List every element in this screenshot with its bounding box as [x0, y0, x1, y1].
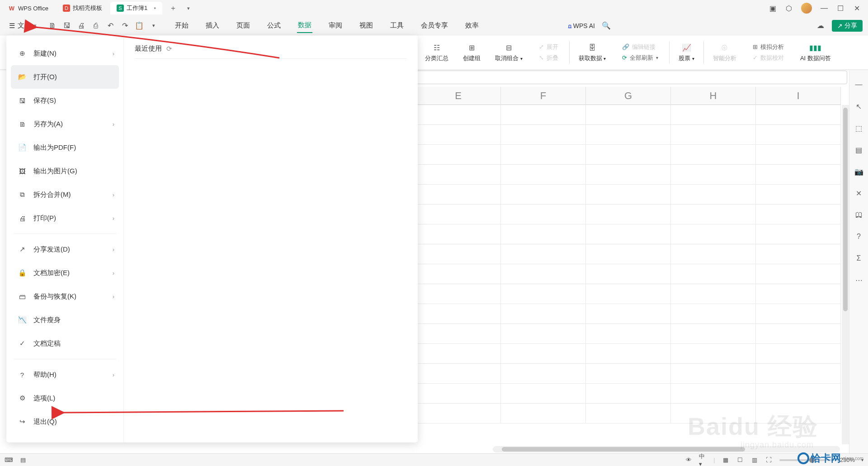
ribbon-stock[interactable]: 📈 股票 ▾ [673, 37, 700, 67]
cell[interactable] [586, 204, 671, 224]
file-menu-item[interactable]: 🗎另存为(A)› [11, 112, 119, 136]
cell[interactable] [586, 244, 671, 264]
menu-tab-页面[interactable]: 页面 [236, 19, 251, 33]
cursor-icon[interactable]: ↖ [854, 101, 864, 111]
expand-button[interactable]: ⤢展开 [537, 42, 560, 52]
cell[interactable] [756, 204, 841, 224]
menu-tab-插入[interactable]: 插入 [205, 19, 220, 33]
cell[interactable] [671, 145, 756, 165]
file-menu-item[interactable]: ⚙选项(L) [11, 386, 119, 410]
refresh-icon[interactable]: ⟳ [166, 45, 172, 53]
cell[interactable] [756, 304, 841, 324]
cell[interactable] [416, 284, 501, 304]
cell[interactable] [756, 384, 841, 404]
cell[interactable] [756, 284, 841, 304]
search-icon[interactable]: 🔍 [602, 22, 610, 30]
cell[interactable] [501, 304, 586, 324]
cell[interactable] [501, 264, 586, 284]
cell[interactable] [501, 204, 586, 224]
cell[interactable] [756, 324, 841, 344]
menu-tab-审阅[interactable]: 审阅 [328, 19, 343, 33]
cell[interactable] [756, 364, 841, 384]
window-multi-icon[interactable]: ▣ [769, 4, 777, 12]
collapse-button[interactable]: ⤡折叠 [537, 53, 560, 63]
workbook-tab[interactable]: S 工作簿1 • [110, 2, 162, 14]
cell[interactable] [416, 404, 501, 423]
sheet-nav-icon[interactable]: ▤ [19, 456, 27, 464]
file-menu-item[interactable]: ✓文档定稿 [11, 332, 119, 355]
datacheck-button[interactable]: ✓数据校对 [751, 53, 786, 63]
file-menu-item[interactable]: 🔒文档加密(E)› [11, 261, 119, 285]
cell[interactable] [586, 324, 671, 344]
undo-icon[interactable]: ↶ [106, 22, 114, 30]
redo-icon[interactable]: ↷ [121, 22, 129, 30]
cell[interactable] [416, 145, 501, 165]
cell[interactable] [671, 105, 756, 125]
cell[interactable] [671, 284, 756, 304]
fullscreen-icon[interactable]: ⛶ [765, 456, 773, 464]
cell[interactable] [501, 185, 586, 204]
eye-icon[interactable]: 👁 [684, 456, 693, 464]
cell[interactable] [671, 324, 756, 344]
cell[interactable] [501, 284, 586, 304]
cell[interactable] [671, 125, 756, 145]
file-menu-item[interactable]: 📉文件瘦身 [11, 308, 119, 332]
cell[interactable] [416, 304, 501, 324]
edit-link-button[interactable]: 🔗编辑链接 [620, 42, 657, 52]
more-icon[interactable]: ⋯ [854, 275, 864, 285]
file-menu-item[interactable]: 🗃备份与恢复(K)› [11, 285, 119, 308]
cell[interactable] [416, 204, 501, 224]
cell[interactable] [671, 244, 756, 264]
scroll-thumb[interactable] [843, 108, 848, 311]
cell[interactable] [501, 125, 586, 145]
cell[interactable] [586, 224, 671, 244]
refresh-all-button[interactable]: ⟳全部刷新 ▾ [620, 53, 660, 63]
new-doc-icon[interactable]: 🗎 [48, 22, 57, 30]
cell[interactable] [756, 404, 841, 423]
column-header-H[interactable]: H [671, 87, 756, 105]
cell[interactable] [501, 165, 586, 185]
ribbon-get-data[interactable]: 🗄 获取数据 ▾ [573, 37, 612, 67]
layout-icon[interactable]: ▤ [854, 145, 864, 155]
cell[interactable] [501, 145, 586, 165]
cell[interactable] [671, 165, 756, 185]
file-menu-item[interactable]: 🖨打印(P)› [11, 206, 119, 230]
cell[interactable] [671, 384, 756, 404]
ribbon-group-create[interactable]: ⊞ 创建组 [458, 37, 486, 67]
book-icon[interactable]: 🕮 [854, 210, 864, 220]
cell[interactable] [586, 404, 671, 423]
minus-icon[interactable]: — [854, 80, 864, 90]
avatar[interactable] [801, 3, 812, 14]
cell[interactable] [416, 105, 501, 125]
cell[interactable] [671, 304, 756, 324]
cell[interactable] [416, 324, 501, 344]
cell[interactable] [586, 304, 671, 324]
cell[interactable] [586, 185, 671, 204]
cell[interactable] [671, 224, 756, 244]
file-menu-item[interactable]: ↪退出(Q) [11, 410, 119, 433]
paste-icon[interactable]: 📋 [135, 22, 143, 30]
cell[interactable] [416, 244, 501, 264]
cell[interactable] [416, 125, 501, 145]
column-header-F[interactable]: F [501, 87, 586, 105]
cell[interactable] [756, 165, 841, 185]
cell[interactable] [501, 404, 586, 423]
wps-ai-button[interactable]: ⩍ WPS AI [568, 22, 595, 29]
cell[interactable] [586, 284, 671, 304]
cell[interactable] [586, 165, 671, 185]
help-icon[interactable]: ? [854, 232, 864, 242]
file-menu-item[interactable]: 🖼输出为图片(G) [11, 159, 119, 183]
cell[interactable] [756, 224, 841, 244]
share-button[interactable]: ↗ 分享 [832, 20, 863, 32]
menu-tab-开始[interactable]: 开始 [174, 19, 189, 33]
cell[interactable] [416, 165, 501, 185]
tab-dropdown-button[interactable]: ▾ [182, 2, 195, 14]
cell[interactable] [501, 324, 586, 344]
keyboard-icon[interactable]: ⌨ [5, 456, 13, 464]
file-menu-item[interactable]: ⊕新建(N)› [11, 42, 119, 65]
view-normal-icon[interactable]: ▦ [722, 456, 730, 464]
menu-tab-效率[interactable]: 效率 [464, 19, 480, 33]
horizontal-scrollbar[interactable] [493, 446, 840, 452]
ribbon-subtotal[interactable]: ☷ 分类汇总 [420, 37, 454, 67]
cell[interactable] [416, 224, 501, 244]
